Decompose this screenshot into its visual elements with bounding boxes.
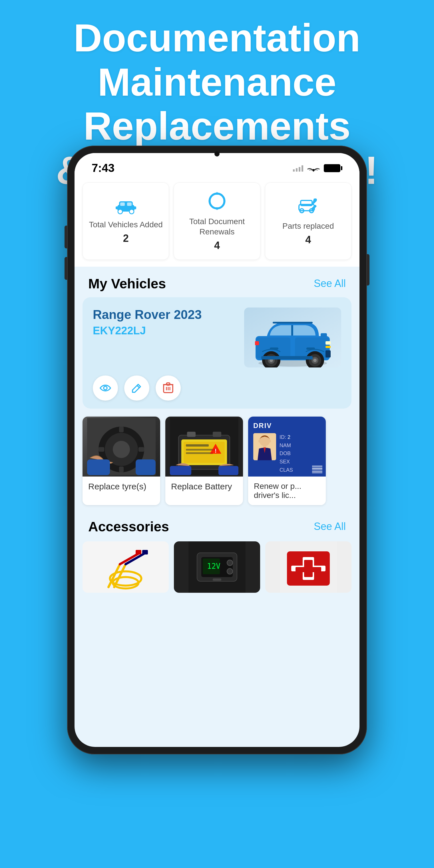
vehicle-info: Range Rover 2023 EKY222LJ (93, 308, 202, 337)
svg-point-37 (104, 386, 107, 390)
svg-rect-65 (170, 466, 191, 475)
svg-rect-35 (261, 356, 313, 360)
svg-rect-36 (321, 333, 327, 337)
svg-point-71 (269, 440, 271, 442)
eye-icon (100, 384, 111, 392)
my-vehicles-title: My Vehicles (88, 276, 166, 291)
volume-down (65, 257, 67, 280)
wrench-icon (297, 196, 319, 217)
renew-license-label: Renew or p...driver's lic... (254, 482, 302, 500)
svg-point-70 (258, 440, 261, 442)
svg-text:!: ! (215, 448, 217, 454)
svg-rect-6 (120, 203, 125, 206)
svg-rect-88 (213, 579, 221, 581)
vehicle-name: Range Rover 2023 (93, 308, 202, 322)
svg-rect-48 (119, 427, 124, 432)
phone-frame: 7:43 (67, 146, 367, 754)
car-icon (115, 198, 137, 216)
license-avatar (253, 433, 276, 460)
license-title: DRIV (253, 422, 321, 430)
side-button (367, 254, 369, 285)
wifi-icon (307, 163, 320, 173)
license-fields: ID: 2 NAM DOB SEX CLAS (280, 433, 293, 474)
svg-rect-60 (186, 444, 209, 446)
camera-dot (214, 151, 220, 156)
hero-line1: Documentation (74, 16, 360, 60)
delete-vehicle-button[interactable] (156, 375, 181, 401)
svg-rect-62 (186, 452, 213, 454)
svg-rect-18 (273, 322, 313, 323)
svg-rect-49 (119, 467, 124, 472)
svg-point-87 (227, 568, 233, 574)
accessories-grid: 12V (74, 541, 360, 593)
svg-rect-7 (127, 203, 132, 206)
vehicle-plate: EKY222LJ (93, 324, 202, 337)
status-time: 7:43 (92, 162, 115, 175)
tire-illustration (87, 418, 156, 475)
renew-license-card[interactable]: DRIV (248, 416, 326, 505)
view-vehicle-button[interactable] (93, 375, 118, 401)
vehicle-actions (93, 375, 341, 401)
battery-icon (324, 164, 342, 172)
accessories-title: Accessories (88, 519, 169, 534)
battery-illustration: ! (170, 418, 239, 475)
edit-icon (131, 382, 142, 394)
svg-rect-78 (142, 550, 148, 555)
svg-rect-34 (326, 350, 331, 358)
stats-row: Total Vehicles Added 2 (74, 178, 360, 267)
svg-rect-50 (98, 447, 104, 452)
svg-point-47 (113, 441, 130, 458)
svg-point-86 (227, 560, 233, 566)
replace-battery-label: Replace Battery (171, 482, 232, 491)
my-vehicles-header: My Vehicles See All (74, 267, 360, 297)
svg-rect-56 (187, 432, 195, 437)
stat-label-renewals: Total Document Renewals (179, 216, 255, 237)
svg-rect-66 (218, 466, 239, 475)
trash-icon (163, 382, 173, 394)
svg-rect-53 (135, 459, 156, 475)
status-icons (293, 163, 342, 173)
stat-value-vehicles: 2 (123, 232, 129, 244)
hero-line3: Replacements (83, 104, 351, 148)
car-illustration (244, 308, 341, 368)
svg-rect-33 (255, 341, 259, 345)
svg-rect-52 (87, 459, 110, 475)
hero-line2: Maintenance (98, 60, 336, 104)
svg-point-3 (129, 209, 134, 214)
replace-battery-card[interactable]: ! Replace Battery (165, 416, 243, 505)
accessories-header: Accessories See All (74, 513, 360, 541)
stat-label-vehicles: Total Vehicles Added (89, 220, 162, 230)
stat-label-parts: Parts replaced (282, 221, 334, 231)
svg-rect-51 (138, 447, 144, 452)
stat-value-renewals: 4 (214, 240, 220, 252)
status-bar: 7:43 (74, 153, 360, 178)
accessory-item-2[interactable]: 12V (174, 541, 260, 593)
license-barcode (312, 466, 322, 473)
accessories-section: Accessories See All (74, 513, 360, 601)
stat-card-parts: Parts replaced 4 (265, 182, 351, 260)
signal-icon (293, 165, 303, 172)
svg-point-30 (313, 359, 317, 362)
svg-rect-32 (326, 346, 331, 348)
edit-vehicle-button[interactable] (124, 375, 149, 401)
vehicle-card: Range Rover 2023 EKY222LJ (83, 297, 351, 409)
phone-screen: 7:43 (74, 153, 360, 747)
svg-rect-94 (296, 567, 321, 572)
svg-text:12V: 12V (207, 562, 220, 570)
replace-tyre-card[interactable]: Replace tyre(s) (83, 416, 160, 505)
vehicle-image (244, 308, 341, 368)
svg-rect-5 (133, 207, 136, 209)
svg-rect-77 (135, 550, 141, 555)
svg-rect-57 (213, 432, 221, 437)
accessory-item-3[interactable] (265, 541, 351, 593)
replace-tyre-label: Replace tyre(s) (88, 482, 146, 491)
see-all-vehicles[interactable]: See All (314, 278, 346, 289)
accessory-item-1[interactable] (83, 541, 169, 593)
phone-wrapper: 7:43 (67, 146, 367, 754)
volume-up (65, 225, 67, 248)
refresh-icon (207, 191, 227, 212)
stat-card-vehicles: Total Vehicles Added 2 (83, 182, 169, 260)
see-all-accessories[interactable]: See All (314, 521, 346, 532)
svg-rect-4 (116, 207, 119, 209)
svg-point-2 (118, 209, 123, 214)
